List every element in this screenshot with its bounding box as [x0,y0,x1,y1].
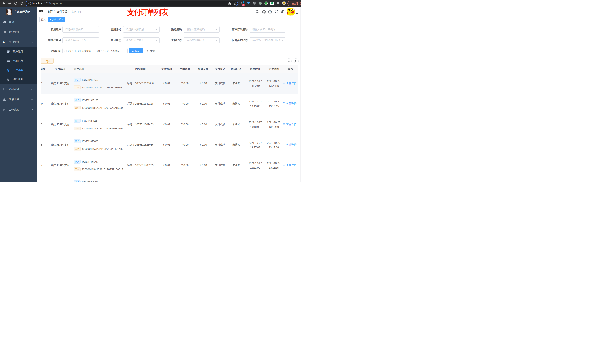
svg-text:?: ? [269,10,271,13]
svg-text:y: y [266,2,267,4]
